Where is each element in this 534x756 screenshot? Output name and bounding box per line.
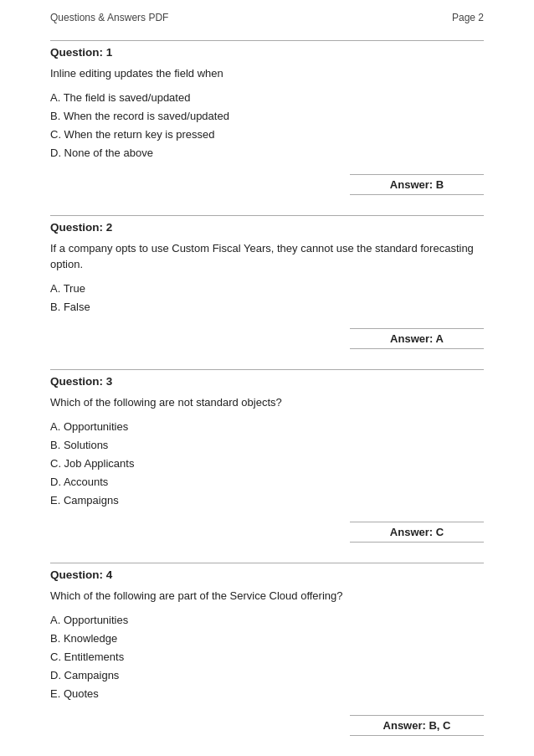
question-block-1: Question: 1Inline editing updates the fi… xyxy=(50,40,484,195)
question-text-3: Which of the following are not standard … xyxy=(50,394,484,411)
question-number-2: Question: 2 xyxy=(50,221,484,234)
option-4-5: E. Quotes xyxy=(50,685,484,703)
answer-box-4: Answer: B, C xyxy=(350,715,484,736)
option-3-2: B. Solutions xyxy=(50,436,484,455)
question-options-1: A. The field is saved/updatedB. When the… xyxy=(50,89,484,162)
option-2-1: A. True xyxy=(50,280,484,298)
question-text-2: If a company opts to use Custom Fiscal Y… xyxy=(50,240,484,273)
option-1-1: A. The field is saved/updated xyxy=(50,89,484,107)
question-title-row-3: Question: 3 xyxy=(50,369,484,388)
header-right: Page 2 xyxy=(452,12,484,23)
page-header: Questions & Answers PDF Page 2 xyxy=(0,0,534,23)
answer-box-3: Answer: C xyxy=(350,522,484,543)
option-1-3: C. When the return key is pressed xyxy=(50,126,484,144)
question-options-4: A. OpportunitiesB. KnowledgeC. Entitleme… xyxy=(50,611,484,703)
main-content: Question: 1Inline editing updates the fi… xyxy=(0,23,534,756)
question-block-2: Question: 2If a company opts to use Cust… xyxy=(50,215,484,349)
answer-row-4: Answer: B, C xyxy=(50,715,484,736)
option-3-1: A. Opportunities xyxy=(50,418,484,436)
option-1-4: D. None of the above xyxy=(50,144,484,162)
question-title-row-2: Question: 2 xyxy=(50,215,484,234)
option-4-4: D. Campaigns xyxy=(50,666,484,685)
question-options-2: A. TrueB. False xyxy=(50,280,484,316)
question-title-row-1: Question: 1 xyxy=(50,40,484,59)
question-number-4: Question: 4 xyxy=(50,568,484,581)
option-4-3: C. Entitlements xyxy=(50,648,484,666)
option-3-3: C. Job Applicants xyxy=(50,455,484,473)
answer-row-2: Answer: A xyxy=(50,328,484,349)
question-number-3: Question: 3 xyxy=(50,375,484,388)
option-2-2: B. False xyxy=(50,298,484,316)
question-options-3: A. OpportunitiesB. SolutionsC. Job Appli… xyxy=(50,418,484,510)
option-3-5: E. Campaigns xyxy=(50,491,484,510)
answer-box-2: Answer: A xyxy=(350,328,484,349)
answer-row-1: Answer: B xyxy=(50,174,484,195)
option-4-1: A. Opportunities xyxy=(50,611,484,630)
option-3-4: D. Accounts xyxy=(50,473,484,491)
question-text-4: Which of the following are part of the S… xyxy=(50,588,484,604)
question-title-row-4: Question: 4 xyxy=(50,563,484,581)
question-block-4: Question: 4Which of the following are pa… xyxy=(50,563,484,736)
header-left: Questions & Answers PDF xyxy=(50,12,168,23)
option-4-2: B. Knowledge xyxy=(50,630,484,648)
question-number-1: Question: 1 xyxy=(50,46,484,59)
answer-box-1: Answer: B xyxy=(350,174,484,195)
answer-row-3: Answer: C xyxy=(50,522,484,543)
question-text-1: Inline editing updates the field when xyxy=(50,65,484,82)
option-1-2: B. When the record is saved/updated xyxy=(50,107,484,126)
question-block-3: Question: 3Which of the following are no… xyxy=(50,369,484,543)
